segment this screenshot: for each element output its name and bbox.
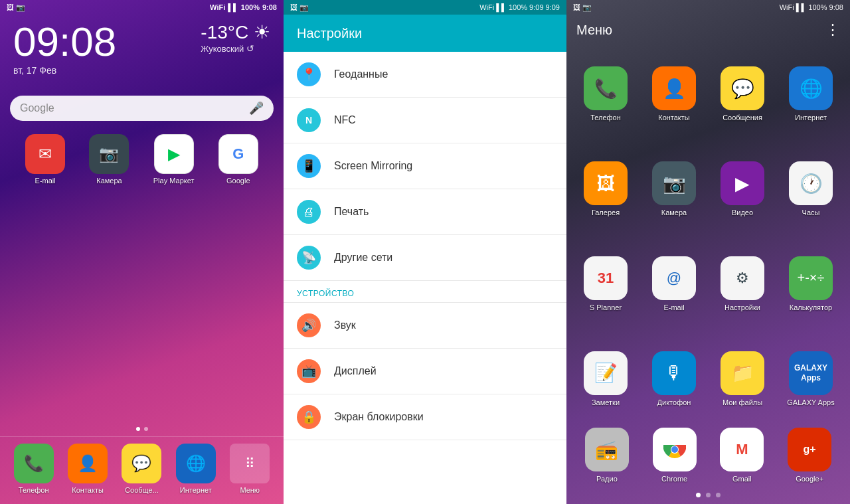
home-playstore-icon: ▶	[154, 134, 194, 174]
drawer-email-label: E-mail	[663, 303, 684, 311]
app-drawer: 🖼 📷 WiFi ▌▌ 100% 9:08 Меню ⋮ 📞 Телефон 👤…	[566, 0, 850, 504]
settings-time-val: 9:09	[546, 3, 560, 11]
google-search-label: Google	[20, 102, 249, 114]
drawer-app-galaxyapps[interactable]: GALAXYApps GALAXY Apps	[778, 333, 843, 424]
dock-contacts[interactable]: 👤 Контакты	[68, 444, 108, 494]
home-camera-icon: 📷	[89, 134, 129, 174]
drawer-clock-label: Часы	[802, 209, 820, 216]
home-playstore-label: Play Маркет	[153, 177, 195, 185]
home-time-weather-area: 09:08 вт, 17 Фев -13°C ☀ Жуковский ↺	[0, 15, 284, 82]
drawer-app-chrome[interactable]: Chrome	[641, 428, 709, 483]
drawer-app-clock[interactable]: 🕐 Часы	[778, 143, 843, 235]
settings-sound-label: Звук	[334, 319, 356, 331]
drawer-app-radio[interactable]: 📻 Радио	[573, 428, 641, 483]
drawer-app-contacts[interactable]: 👤 Контакты	[641, 48, 707, 140]
drawer-radio-icon: 📻	[585, 428, 629, 471]
settings-geodata-icon: 📍	[297, 62, 321, 86]
drawer-app-notes[interactable]: 📝 Заметки	[573, 333, 638, 424]
settings-item-print[interactable]: 🖨 Печать	[284, 189, 566, 235]
home-app-camera[interactable]: 📷 Камера	[89, 134, 129, 185]
drawer-camera-icon: 📷	[652, 161, 696, 205]
home-temp-value: -13°C	[201, 22, 248, 42]
drawer-app-gallery[interactable]: 🖼 Галерея	[573, 143, 638, 235]
home-app-email[interactable]: ✉ E-mail	[25, 134, 65, 185]
drawer-app-camera[interactable]: 📷 Камера	[641, 143, 707, 235]
home-notification-icons: 🖼 📷	[7, 3, 25, 12]
home-email-icon: ✉	[25, 134, 65, 174]
settings-sound-icon: 🔊	[297, 313, 321, 337]
svg-point-3	[671, 446, 678, 453]
drawer-gmail-icon: M	[720, 428, 764, 471]
dock-contacts-label: Контакты	[72, 486, 104, 494]
settings-item-networks[interactable]: 📡 Другие сети	[284, 235, 566, 281]
drawer-app-calc[interactable]: +-×÷ Калькулятор	[778, 238, 843, 330]
drawer-video-icon: ▶	[721, 161, 764, 205]
settings-lockscreen-label: Экран блокировки	[334, 411, 424, 423]
dock-sms[interactable]: 💬 Сообще...	[122, 444, 161, 494]
drawer-dot-3	[716, 493, 721, 497]
home-screen: 🖼 📷 WiFi ▌▌ 100% 9:08 09:08 вт, 17 Фев -…	[0, 0, 284, 504]
home-status-right: WiFi ▌▌ 100% 9:08	[210, 3, 277, 11]
dock-menu[interactable]: ⠿ Меню	[230, 444, 270, 494]
drawer-calc-icon: +-×÷	[789, 256, 833, 300]
settings-item-nfc[interactable]: N NFC	[284, 98, 566, 143]
drawer-sms-icon: 💬	[721, 66, 764, 110]
home-camera-label: Камера	[96, 177, 122, 185]
drawer-app-sms[interactable]: 💬 Сообщения	[710, 48, 775, 140]
drawer-app-email[interactable]: @ E-mail	[641, 238, 707, 330]
settings-lockscreen-icon: 🔒	[297, 405, 321, 429]
settings-display-label: Дисплей	[334, 365, 377, 377]
dock-menu-icon: ⠿	[230, 444, 270, 483]
drawer-app-splanner[interactable]: 31 S Planner	[573, 238, 638, 330]
settings-panel: 🖼 📷 WiFi ▌▌ 100% 9:09 9:09 Настройки 📍 Г…	[284, 0, 566, 504]
drawer-app-settings[interactable]: ⚙ Настройки	[710, 238, 775, 330]
home-app-playstore[interactable]: ▶ Play Маркет	[153, 134, 195, 185]
home-weather-sun-icon: ☀	[254, 22, 270, 42]
settings-item-lockscreen[interactable]: 🔒 Экран блокировки	[284, 394, 566, 440]
drawer-dot-1	[696, 493, 701, 497]
settings-nfc-icon: N	[297, 108, 321, 132]
settings-item-sound[interactable]: 🔊 Звук	[284, 303, 566, 349]
settings-item-geodata[interactable]: 📍 Геоданные	[284, 52, 566, 98]
drawer-phone-icon: 📞	[584, 66, 628, 110]
drawer-gallery-icon: 🖼	[584, 161, 628, 205]
mic-icon[interactable]: 🎤	[249, 101, 264, 116]
settings-geodata-label: Геоданные	[334, 68, 388, 80]
drawer-app-gmail[interactable]: M Gmail	[709, 428, 776, 483]
home-date: вт, 17 Фев	[13, 65, 116, 76]
dock-phone[interactable]: 📞 Телефон	[14, 444, 54, 494]
google-search-bar[interactable]: Google 🎤	[10, 96, 274, 121]
drawer-radio-label: Радио	[596, 475, 618, 483]
settings-item-display[interactable]: 📺 Дисплей	[284, 349, 566, 394]
drawer-recorder-icon: 🎙	[652, 351, 696, 395]
drawer-app-internet[interactable]: 🌐 Интернет	[778, 48, 843, 140]
settings-item-mirroring[interactable]: 📱 Screen Mirroring	[284, 143, 566, 189]
drawer-app-recorder[interactable]: 🎙 Диктофон	[641, 333, 707, 424]
drawer-extra-row: 📻 Радио Chrome M Gmail	[566, 428, 850, 486]
home-email-label: E-mail	[35, 177, 56, 185]
drawer-title: Меню	[576, 23, 612, 38]
dock-internet[interactable]: 🌐 Интернет	[176, 444, 216, 494]
home-app-google[interactable]: G Google	[218, 134, 258, 185]
drawer-overflow-icon[interactable]: ⋮	[825, 21, 840, 39]
settings-section-device: УСТРОЙСТВО	[284, 281, 566, 303]
drawer-app-myfiles[interactable]: 📁 Мои файлы	[710, 333, 775, 424]
drawer-internet-icon: 🌐	[789, 66, 833, 110]
drawer-app-phone[interactable]: 📞 Телефон	[573, 48, 638, 140]
home-battery-icon: 100%	[241, 3, 260, 11]
settings-title: Настройки	[297, 26, 362, 41]
home-status-left: 🖼 📷	[7, 3, 25, 12]
drawer-myfiles-icon: 📁	[721, 351, 764, 395]
drawer-gmail-label: Gmail	[732, 475, 752, 483]
drawer-galaxyapps-label: GALAXY Apps	[787, 398, 834, 406]
home-temperature: -13°C ☀	[201, 21, 270, 43]
home-refresh-icon[interactable]: ↺	[246, 43, 254, 54]
home-apps-row: ✉ E-mail 📷 Камера ▶ Play Маркет G	[0, 127, 284, 191]
drawer-chrome-icon	[653, 428, 697, 471]
drawer-app-googleplus[interactable]: g+ Google+	[776, 428, 843, 483]
drawer-camera-label: Камера	[661, 209, 687, 216]
drawer-app-video[interactable]: ▶ Видео	[710, 143, 775, 235]
drawer-notes-icon: 📝	[584, 351, 628, 395]
drawer-settings-label: Настройки	[724, 303, 760, 311]
dock-internet-label: Интернет	[180, 486, 212, 494]
